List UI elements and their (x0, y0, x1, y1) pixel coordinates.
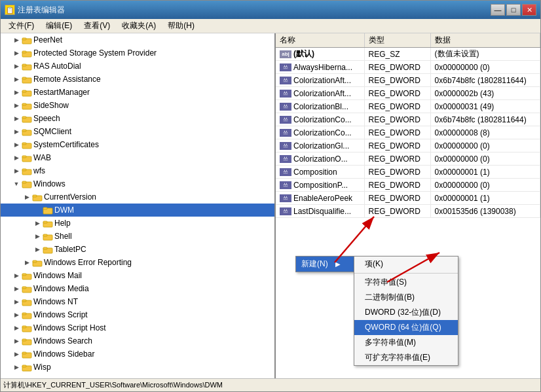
tree-item-sqmClient[interactable]: ▶SQMClient (1, 125, 274, 138)
reg-name-cell: 쓰EnableAeroPeek (276, 192, 364, 205)
submenu-string-value[interactable]: 字符串值(S) (354, 275, 458, 290)
tree-item-windowsMail[interactable]: ▶Windows Mail (1, 269, 274, 282)
tree-item-dwm[interactable]: DWM (1, 204, 274, 217)
tree-item-speech[interactable]: ▶Speech (1, 112, 274, 125)
folder-icon (22, 323, 32, 333)
expand-icon[interactable]: ▶ (11, 74, 22, 84)
tree-label: Windows Script (33, 310, 88, 319)
table-row[interactable]: 쓰ColorizationAft...REG_DWORD0x0000002b (… (276, 87, 540, 100)
expand-icon[interactable]: ▶ (11, 270, 22, 281)
tree-item-protectedStorage[interactable]: ▶Protected Storage System Provider (1, 46, 274, 60)
reg-name-cell: 쓰AlwaysHiberna... (276, 61, 364, 74)
table-row[interactable]: 쓰ColorizationCo...REG_DWORD0x00000008 (8… (276, 126, 540, 139)
folder-icon (43, 244, 53, 255)
tree-label: Windows Media (33, 284, 89, 293)
expand-icon[interactable]: ▶ (11, 87, 22, 98)
expand-icon[interactable]: ▶ (11, 139, 22, 150)
expand-icon[interactable]: ▶ (11, 166, 22, 176)
table-row[interactable]: 쓰EnableAeroPeekREG_DWORD0x00000001 (1) (276, 192, 540, 205)
expand-icon[interactable] (32, 205, 43, 215)
tree-item-systemCerts[interactable]: ▶SystemCertificates (1, 138, 274, 151)
menu-view[interactable]: 查看(V) (79, 19, 115, 33)
reg-data-cell: 0x00000000 (0) (430, 61, 540, 74)
tree-item-remoteAssistance[interactable]: ▶Remote Assistance (1, 73, 274, 86)
expand-icon[interactable]: ▶ (11, 296, 22, 307)
expand-icon[interactable]: ▶ (22, 257, 32, 268)
close-button[interactable]: ✕ (522, 4, 536, 16)
tree-item-restartManager[interactable]: ▶RestartManager (1, 86, 274, 99)
expand-icon[interactable]: ▼ (11, 179, 22, 189)
submenu-dword-value[interactable]: DWORD (32-位)值(D) (354, 305, 458, 320)
tree-item-rasAutoDial[interactable]: ▶RAS AutoDial (1, 60, 274, 73)
maximize-button[interactable]: □ (506, 4, 521, 16)
table-row[interactable]: 쓰CompositionREG_DWORD0x00000001 (1) (276, 166, 540, 179)
expand-icon[interactable]: ▶ (11, 310, 22, 320)
expand-icon[interactable]: ▶ (11, 152, 22, 163)
expand-icon[interactable]: ▶ (11, 283, 22, 294)
tree-label: SystemCertificates (33, 140, 99, 149)
tree-item-wab[interactable]: ▶WAB (1, 151, 274, 164)
menu-edit[interactable]: 编辑(E) (41, 19, 77, 33)
tree-item-tabletPc[interactable]: ▶TabletPC (1, 243, 274, 256)
expand-icon[interactable]: ▶ (11, 35, 22, 45)
expand-icon[interactable]: ▶ (11, 349, 22, 359)
tree-item-windowsSidebar[interactable]: ▶Windows Sidebar (1, 347, 274, 361)
menu-file[interactable]: 文件(F) (3, 19, 39, 33)
svg-rect-23 (22, 181, 26, 183)
tree-item-windowsNT[interactable]: ▶Windows NT (1, 295, 274, 308)
folder-icon (22, 270, 32, 281)
expand-icon[interactable]: ▶ (11, 61, 22, 71)
expand-icon[interactable]: ▶ (11, 48, 22, 58)
submenu-expandable-string[interactable]: 可扩充字符串值(E) (354, 350, 458, 365)
table-row[interactable]: 쓰AlwaysHiberna...REG_DWORD0x00000000 (0) (276, 61, 540, 74)
tree-item-windowsMedia[interactable]: ▶Windows Media (1, 282, 274, 295)
table-row[interactable]: 쓰ColorizationAft...REG_DWORD0x6b74b8fc (… (276, 74, 540, 87)
menu-favorites[interactable]: 收藏夹(A) (117, 19, 161, 33)
context-submenu[interactable]: 项(K) 字符串值(S) 二进制制值(B) DWORD (32-位)值(D) Q… (354, 256, 458, 366)
expand-icon[interactable]: ▶ (11, 126, 22, 137)
svg-rect-21 (22, 169, 26, 171)
submenu-qword-value[interactable]: QWORD (64 位)值(Q) (354, 320, 458, 335)
minimize-button[interactable]: — (491, 4, 505, 16)
reg-name-cell: 쓰ColorizationGl... (276, 139, 364, 152)
tree-item-shell[interactable]: ▶Shell (1, 230, 274, 243)
context-menu-new[interactable]: 新建(N) ▶ (296, 257, 354, 272)
tree-item-windowsScript[interactable]: ▶Windows Script (1, 308, 274, 321)
menu-help[interactable]: 帮助(H) (162, 19, 200, 33)
tree-item-windowsScriptHost[interactable]: ▶Windows Script Host (1, 321, 274, 334)
expand-icon[interactable]: ▶ (11, 336, 22, 346)
tree-item-peerNet[interactable]: ▶PeerNet (1, 33, 274, 46)
expand-icon[interactable]: ▶ (32, 244, 43, 255)
table-row[interactable]: 쓰LastDisqualifie...REG_DWORD0x001535d6 (… (276, 205, 540, 218)
tree-item-wisp[interactable]: ▶Wisp (1, 361, 274, 374)
tree-item-windowsSearch[interactable]: ▶Windows Search (1, 334, 274, 347)
table-row[interactable]: 쓰ColorizationBl...REG_DWORD0x00000031 (4… (276, 100, 540, 113)
reg-data-cell: 0x001535d6 (1390038) (430, 205, 540, 218)
submenu-item-xing-0[interactable]: 项(K) (354, 257, 458, 272)
tree-item-windows[interactable]: ▼Windows (1, 177, 274, 190)
expand-icon[interactable]: ▶ (11, 100, 22, 111)
expand-icon[interactable]: ▶ (11, 113, 22, 124)
expand-icon[interactable]: ▶ (32, 218, 43, 228)
expand-icon[interactable]: ▶ (11, 323, 22, 333)
table-row[interactable]: 쓰ColorizationO...REG_DWORD0x00000000 (0) (276, 152, 540, 166)
submenu-arrow: ▶ (335, 260, 341, 268)
table-row[interactable]: 쓰CompositionP...REG_DWORD0x00000000 (0) (276, 179, 540, 192)
context-menu-main[interactable]: 新建(N) ▶ (295, 256, 354, 272)
expand-icon[interactable]: ▶ (11, 362, 22, 372)
svg-rect-3 (22, 51, 26, 53)
tree-item-windowsErrorReporting[interactable]: ▶Windows Error Reporting (1, 256, 274, 269)
submenu-multi-string[interactable]: 多字符串值(M) (354, 335, 458, 350)
expand-icon[interactable]: ▶ (32, 231, 43, 241)
tree-item-currentVersion[interactable]: ▶CurrentVersion (1, 190, 274, 204)
tree-item-sideShow[interactable]: ▶SideShow (1, 99, 274, 112)
tree-label: Shell (54, 232, 72, 241)
reg-type-cell: REG_DWORD (364, 126, 430, 139)
table-row[interactable]: 쓰ColorizationGl...REG_DWORD0x00000000 (0… (276, 139, 540, 152)
tree-item-help[interactable]: ▶Help (1, 217, 274, 230)
expand-icon[interactable]: ▶ (22, 192, 32, 202)
table-row[interactable]: 쓰ColorizationCo...REG_DWORD0x6b74b8fc (1… (276, 113, 540, 126)
table-row[interactable]: ab|(默认)REG_SZ(数值未设置) (276, 48, 540, 61)
tree-item-wfs[interactable]: ▶wfs (1, 164, 274, 177)
submenu-binary-value[interactable]: 二进制制值(B) (354, 290, 458, 305)
